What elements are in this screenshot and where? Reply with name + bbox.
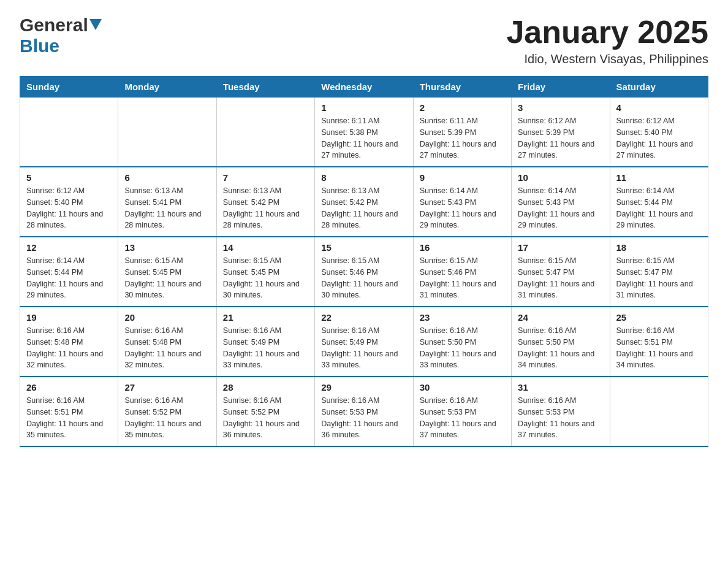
calendar-cell: 24Sunrise: 6:16 AMSunset: 5:50 PMDayligh… [512,307,610,377]
day-number: 7 [223,172,308,183]
day-info: Sunrise: 6:16 AMSunset: 5:52 PMDaylight:… [124,395,210,441]
calendar-cell: 28Sunrise: 6:16 AMSunset: 5:52 PMDayligh… [216,377,314,446]
day-number: 23 [420,312,505,323]
calendar-cell: 16Sunrise: 6:15 AMSunset: 5:46 PMDayligh… [413,237,511,307]
logo-arrow-icon [89,19,102,33]
day-info: Sunrise: 6:12 AMSunset: 5:40 PMDaylight:… [616,115,702,161]
calendar-table: SundayMondayTuesdayWednesdayThursdayFrid… [20,76,708,447]
calendar-cell: 2Sunrise: 6:11 AMSunset: 5:39 PMDaylight… [413,98,511,167]
day-info: Sunrise: 6:16 AMSunset: 5:49 PMDaylight:… [321,325,406,371]
day-info: Sunrise: 6:16 AMSunset: 5:53 PMDaylight:… [420,395,505,441]
calendar-cell: 23Sunrise: 6:16 AMSunset: 5:50 PMDayligh… [413,307,511,377]
calendar-header-wednesday: Wednesday [315,77,413,98]
day-number: 14 [223,242,308,253]
day-info: Sunrise: 6:16 AMSunset: 5:52 PMDaylight:… [223,395,308,441]
calendar-cell: 10Sunrise: 6:14 AMSunset: 5:43 PMDayligh… [512,167,610,237]
calendar-cell: 22Sunrise: 6:16 AMSunset: 5:49 PMDayligh… [315,307,413,377]
day-info: Sunrise: 6:13 AMSunset: 5:42 PMDaylight:… [223,185,308,231]
calendar-header-saturday: Saturday [610,77,708,98]
calendar-cell: 15Sunrise: 6:15 AMSunset: 5:46 PMDayligh… [315,237,413,307]
day-number: 10 [518,172,603,183]
calendar-week-5: 26Sunrise: 6:16 AMSunset: 5:51 PMDayligh… [20,377,708,446]
day-info: Sunrise: 6:16 AMSunset: 5:49 PMDaylight:… [223,325,308,371]
day-number: 25 [616,312,702,323]
day-info: Sunrise: 6:11 AMSunset: 5:39 PMDaylight:… [420,115,505,161]
day-number: 12 [26,242,112,253]
calendar-cell: 20Sunrise: 6:16 AMSunset: 5:48 PMDayligh… [118,307,216,377]
calendar-week-3: 12Sunrise: 6:14 AMSunset: 5:44 PMDayligh… [20,237,708,307]
day-info: Sunrise: 6:14 AMSunset: 5:43 PMDaylight:… [420,185,505,231]
day-info: Sunrise: 6:15 AMSunset: 5:47 PMDaylight:… [518,255,603,301]
day-info: Sunrise: 6:14 AMSunset: 5:44 PMDaylight:… [616,185,702,231]
calendar-header-monday: Monday [118,77,216,98]
calendar-cell: 9Sunrise: 6:14 AMSunset: 5:43 PMDaylight… [413,167,511,237]
day-info: Sunrise: 6:15 AMSunset: 5:46 PMDaylight:… [420,255,505,301]
day-number: 6 [124,172,210,183]
day-info: Sunrise: 6:16 AMSunset: 5:53 PMDaylight:… [518,395,603,441]
day-info: Sunrise: 6:16 AMSunset: 5:50 PMDaylight:… [420,325,505,371]
calendar-cell: 7Sunrise: 6:13 AMSunset: 5:42 PMDaylight… [216,167,314,237]
calendar-cell: 31Sunrise: 6:16 AMSunset: 5:53 PMDayligh… [512,377,610,446]
calendar-cell: 17Sunrise: 6:15 AMSunset: 5:47 PMDayligh… [512,237,610,307]
day-number: 18 [616,242,702,253]
calendar-header-row: SundayMondayTuesdayWednesdayThursdayFrid… [20,77,708,98]
calendar-cell [20,98,118,167]
day-info: Sunrise: 6:15 AMSunset: 5:47 PMDaylight:… [616,255,702,301]
day-number: 5 [26,172,112,183]
day-info: Sunrise: 6:16 AMSunset: 5:50 PMDaylight:… [518,325,603,371]
day-number: 29 [321,382,406,393]
day-number: 8 [321,172,406,183]
logo-general-text: General [20,15,88,36]
calendar-cell: 27Sunrise: 6:16 AMSunset: 5:52 PMDayligh… [118,377,216,446]
calendar-cell [610,377,708,446]
day-info: Sunrise: 6:15 AMSunset: 5:45 PMDaylight:… [223,255,308,301]
day-number: 2 [420,102,505,113]
day-number: 26 [26,382,112,393]
day-info: Sunrise: 6:14 AMSunset: 5:44 PMDaylight:… [26,255,112,301]
day-number: 16 [420,242,505,253]
day-number: 17 [518,242,603,253]
day-number: 15 [321,242,406,253]
calendar-cell: 26Sunrise: 6:16 AMSunset: 5:51 PMDayligh… [20,377,118,446]
location-text: Idio, Western Visayas, Philippines [506,52,708,66]
calendar-cell: 5Sunrise: 6:12 AMSunset: 5:40 PMDaylight… [20,167,118,237]
day-number: 30 [420,382,505,393]
day-info: Sunrise: 6:14 AMSunset: 5:43 PMDaylight:… [518,185,603,231]
calendar-header-tuesday: Tuesday [216,77,314,98]
page-header: General Blue January 2025 Idio, Western … [20,15,708,66]
day-number: 4 [616,102,702,113]
calendar-header-sunday: Sunday [20,77,118,98]
calendar-cell: 4Sunrise: 6:12 AMSunset: 5:40 PMDaylight… [610,98,708,167]
month-title: January 2025 [506,15,708,50]
day-info: Sunrise: 6:12 AMSunset: 5:39 PMDaylight:… [518,115,603,161]
calendar-cell: 3Sunrise: 6:12 AMSunset: 5:39 PMDaylight… [512,98,610,167]
svg-marker-0 [89,19,102,30]
calendar-week-2: 5Sunrise: 6:12 AMSunset: 5:40 PMDaylight… [20,167,708,237]
day-number: 13 [124,242,210,253]
day-info: Sunrise: 6:13 AMSunset: 5:42 PMDaylight:… [321,185,406,231]
day-number: 27 [124,382,210,393]
day-number: 19 [26,312,112,323]
day-info: Sunrise: 6:11 AMSunset: 5:38 PMDaylight:… [321,115,406,161]
day-number: 9 [420,172,505,183]
day-info: Sunrise: 6:13 AMSunset: 5:41 PMDaylight:… [124,185,210,231]
calendar-week-4: 19Sunrise: 6:16 AMSunset: 5:48 PMDayligh… [20,307,708,377]
calendar-cell [118,98,216,167]
calendar-cell: 1Sunrise: 6:11 AMSunset: 5:38 PMDaylight… [315,98,413,167]
calendar-cell: 19Sunrise: 6:16 AMSunset: 5:48 PMDayligh… [20,307,118,377]
calendar-header-thursday: Thursday [413,77,511,98]
calendar-week-1: 1Sunrise: 6:11 AMSunset: 5:38 PMDaylight… [20,98,708,167]
calendar-cell: 6Sunrise: 6:13 AMSunset: 5:41 PMDaylight… [118,167,216,237]
day-info: Sunrise: 6:16 AMSunset: 5:48 PMDaylight:… [124,325,210,371]
day-number: 20 [124,312,210,323]
day-number: 31 [518,382,603,393]
day-number: 3 [518,102,603,113]
calendar-cell: 14Sunrise: 6:15 AMSunset: 5:45 PMDayligh… [216,237,314,307]
day-info: Sunrise: 6:15 AMSunset: 5:45 PMDaylight:… [124,255,210,301]
day-info: Sunrise: 6:16 AMSunset: 5:48 PMDaylight:… [26,325,112,371]
calendar-cell: 25Sunrise: 6:16 AMSunset: 5:51 PMDayligh… [610,307,708,377]
day-number: 24 [518,312,603,323]
title-block: January 2025 Idio, Western Visayas, Phil… [506,15,708,66]
calendar-cell: 11Sunrise: 6:14 AMSunset: 5:44 PMDayligh… [610,167,708,237]
logo-blue-text: Blue [20,36,59,56]
